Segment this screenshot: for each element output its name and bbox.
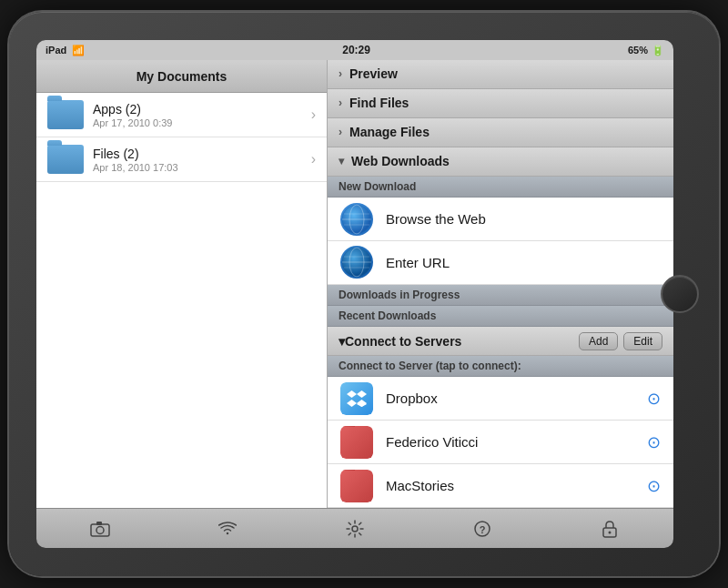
help-icon: ? [473,520,491,538]
viticci-icon [340,426,373,459]
dropbox-label: Dropbox [386,390,647,406]
dropbox-logo [347,390,367,407]
downloads-in-progress-header: Downloads in Progress [328,285,673,306]
gear-icon [346,520,364,538]
server-dropbox[interactable]: Dropbox ⊙ [328,377,673,421]
status-left: iPad 📶 [46,45,85,56]
bottom-toolbar: ? [36,508,673,548]
connect-buttons: Add Edit [579,332,662,350]
server-viticci[interactable]: Federico Viticci ⊙ [328,421,673,464]
my-documents-title: My Documents [136,69,228,84]
ipad-device: iPad 📶 20:29 65% 🔋 My Documents [9,12,719,576]
status-right: 65% 🔋 [628,45,664,56]
arrow-icon: › [339,126,342,138]
dropbox-box [340,382,373,415]
new-download-header: New Download [328,177,673,198]
device-name: iPad [46,45,66,56]
recent-downloads-header: Recent Downloads [328,306,673,327]
svg-text:?: ? [480,524,486,535]
arrow-down-icon: ▾ [339,334,345,349]
file-date: Apr 18, 2010 17:03 [93,162,311,173]
svg-point-22 [609,531,612,533]
screen: iPad 📶 20:29 65% 🔋 My Documents [36,40,673,548]
globe-url-svg [340,246,373,279]
folder-icon [47,145,84,174]
section-preview[interactable]: › Preview [328,60,673,89]
arrow-down-icon: ▾ [339,155,344,167]
file-name: Files (2) [93,147,311,161]
section-web-downloads[interactable]: ▾ Web Downloads [328,147,673,177]
help-button[interactable]: ? [466,514,499,543]
red-folder-icon [340,426,373,459]
svg-rect-17 [96,522,102,525]
red-folder-icon [340,470,373,502]
wifi-icon [218,522,237,536]
svg-marker-11 [357,390,367,398]
left-panel: My Documents Apps (2) Apr 17, 2010 0:39 [36,60,328,508]
section-manage-files[interactable]: › Manage Files [328,118,673,147]
list-item[interactable]: Files (2) Apr 18, 2010 17:03 › [36,137,327,182]
svg-point-16 [96,526,104,533]
battery-level: 65% [628,45,648,56]
svg-marker-12 [347,400,357,407]
globe-browse-svg [340,203,373,236]
battery-icon: 🔋 [652,45,664,56]
browse-web-item[interactable]: Browse the Web [328,198,673,241]
main-content: My Documents Apps (2) Apr 17, 2010 0:39 [36,60,673,508]
arrow-icon: › [339,67,342,80]
home-button[interactable] [661,275,699,313]
connect-subtitle: Connect to Server (tap to connect): [328,356,673,377]
left-panel-header: My Documents [36,60,327,93]
server-macstories[interactable]: MacStories ⊙ [328,464,673,508]
list-item[interactable]: Apps (2) Apr 17, 2010 0:39 › [36,93,327,137]
svg-marker-10 [347,390,357,398]
viticci-label: Federico Viticci [386,434,647,450]
section-find-files[interactable]: › Find Files [328,89,673,118]
right-panel: › Preview › Find Files › Manage Files ▾ … [328,60,673,508]
enter-url-label: Enter URL [386,255,450,270]
macstories-icon [340,470,373,502]
file-info: Files (2) Apr 18, 2010 17:03 [93,147,311,173]
folder-icon [47,100,84,129]
wifi-icon: 📶 [72,45,85,56]
file-list: Apps (2) Apr 17, 2010 0:39 › Files [36,93,327,508]
file-info: Apps (2) Apr 17, 2010 0:39 [93,102,311,128]
edit-server-button[interactable]: Edit [623,332,662,350]
file-date: Apr 17, 2010 0:39 [93,117,311,128]
svg-marker-14 [357,400,367,407]
section-connect-servers[interactable]: ▾ Connect to Servers Add Edit [328,327,673,356]
add-server-button[interactable]: Add [579,332,618,350]
enter-url-item[interactable]: Enter URL [328,241,673,285]
status-time: 20:29 [342,44,370,56]
status-bar: iPad 📶 20:29 65% 🔋 [36,40,673,60]
settings-button[interactable] [339,514,371,543]
lock-icon [602,520,617,538]
browse-web-label: Browse the Web [386,211,486,227]
chevron-right-icon: › [311,151,316,167]
server-arrow-icon: ⊙ [647,389,661,409]
macstories-label: MacStories [386,478,647,493]
connect-label: Connect to Servers [345,334,461,349]
arrow-icon: › [339,96,342,109]
camera-icon [90,521,110,537]
server-arrow-icon: ⊙ [647,432,661,452]
wifi-button[interactable] [211,514,244,543]
chevron-right-icon: › [311,106,316,123]
globe-browse-icon [340,203,373,236]
server-arrow-icon: ⊙ [647,476,661,496]
globe-url-icon [340,246,373,279]
lock-button[interactable] [593,514,626,543]
camera-button[interactable] [84,514,116,543]
dropbox-icon [340,382,373,415]
file-name: Apps (2) [93,102,311,117]
svg-point-18 [352,526,358,532]
